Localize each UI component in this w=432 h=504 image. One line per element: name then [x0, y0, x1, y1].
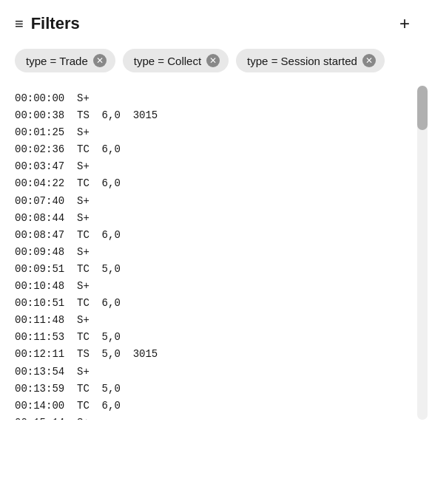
filter-chip-collect: type = Collect ✕	[123, 49, 229, 72]
chip-trade-label: type = Trade	[26, 55, 88, 67]
filters-row: type = Trade ✕ type = Collect ✕ type = S…	[0, 44, 432, 80]
log-line: 00:09:51 TC 5,0	[15, 261, 399, 278]
header: ≡ Filters +	[0, 0, 432, 44]
log-line: 00:12:11 TS 5,0 3015	[15, 346, 399, 363]
log-line: 00:09:48 S+	[15, 244, 399, 261]
chip-trade-close[interactable]: ✕	[93, 54, 107, 67]
log-line: 00:02:36 TC 6,0	[15, 141, 399, 158]
log-line: 00:00:00 S+	[15, 90, 399, 107]
chip-collect-label: type = Collect	[134, 55, 201, 67]
log-line: 00:01:25 S+	[15, 124, 399, 141]
scrollbar-track	[417, 86, 428, 420]
log-line: 00:07:40 S+	[15, 193, 399, 210]
log-line: 00:08:47 TC 6,0	[15, 227, 399, 244]
chip-session-label: type = Session started	[247, 55, 357, 67]
log-line: 00:00:38 TS 6,0 3015	[15, 107, 399, 124]
log-area-wrapper: 00:00:00 S+00:00:38 TS 6,0 301500:01:25 …	[0, 86, 432, 420]
log-line: 00:15:14 S+	[15, 415, 399, 420]
log-line: 00:04:22 TC 6,0	[15, 175, 399, 192]
log-area[interactable]: 00:00:00 S+00:00:38 TS 6,0 301500:01:25 …	[0, 86, 432, 420]
add-button[interactable]: +	[395, 13, 414, 34]
log-line: 00:13:54 S+	[15, 364, 399, 381]
filter-icon: ≡	[15, 16, 24, 33]
filter-chip-trade: type = Trade ✕	[15, 49, 115, 72]
log-line: 00:13:59 TC 5,0	[15, 381, 399, 398]
log-line: 00:11:53 TC 5,0	[15, 329, 399, 346]
log-line: 00:10:48 S+	[15, 278, 399, 295]
log-line: 00:14:00 TC 6,0	[15, 398, 399, 415]
scrollbar-thumb[interactable]	[417, 86, 428, 130]
header-left: ≡ Filters	[15, 14, 80, 33]
log-line: 00:03:47 S+	[15, 158, 399, 175]
page-title: Filters	[31, 14, 80, 33]
log-line: 00:10:51 TC 6,0	[15, 295, 399, 312]
log-line: 00:11:48 S+	[15, 312, 399, 329]
log-line: 00:08:44 S+	[15, 210, 399, 227]
main-container: ≡ Filters + type = Trade ✕ type = Collec…	[0, 0, 432, 504]
filter-chip-session: type = Session started ✕	[236, 49, 385, 72]
chip-session-close[interactable]: ✕	[362, 54, 376, 67]
chip-collect-close[interactable]: ✕	[206, 54, 220, 67]
